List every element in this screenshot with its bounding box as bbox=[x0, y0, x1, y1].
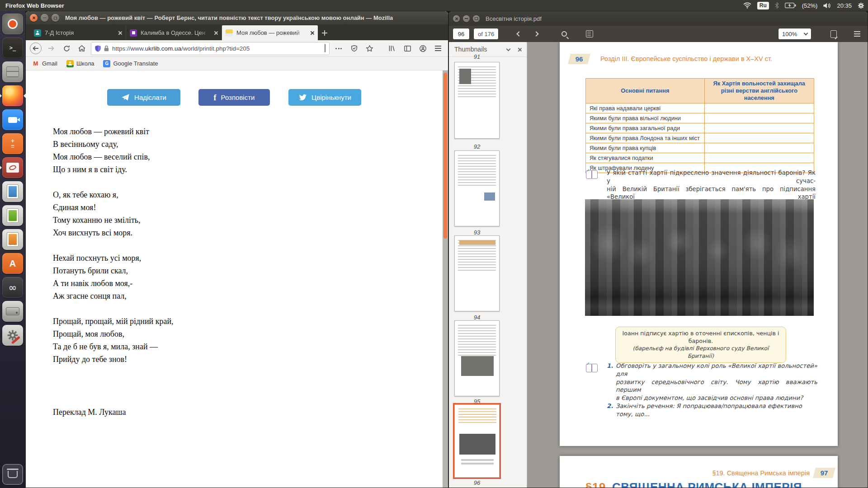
sidebar-dropdown-icon[interactable] bbox=[506, 47, 511, 51]
ubuntu-dash-icon[interactable] bbox=[2, 14, 23, 34]
window-close-button[interactable] bbox=[30, 14, 38, 22]
thumb-label-96[interactable]: 96 bbox=[454, 479, 500, 486]
bookmark-google-translate[interactable]: GGoogle Translate bbox=[103, 60, 158, 67]
annotation-button[interactable] bbox=[827, 28, 840, 40]
window-maximize-button[interactable] bbox=[52, 14, 59, 22]
previous-page-button[interactable] bbox=[512, 28, 526, 40]
window-minimize-button[interactable] bbox=[41, 14, 48, 22]
terminal-icon[interactable]: >_ bbox=[2, 38, 23, 58]
url-bar[interactable]: https://www.ukrlib.com.ua/world/printit.… bbox=[91, 42, 330, 55]
libreoffice-writer-icon[interactable] bbox=[2, 181, 23, 202]
thumb-label-92[interactable]: 92 bbox=[454, 143, 500, 150]
wifi-icon[interactable] bbox=[743, 2, 751, 9]
running-header-97: §19. Священна Римська імперія bbox=[712, 469, 810, 477]
thumbnail-page-94[interactable] bbox=[454, 235, 500, 311]
account-icon[interactable] bbox=[416, 42, 429, 55]
chapter-running-header: Розділ III. Європейське суспільство і де… bbox=[600, 55, 772, 62]
page-content: Надіслати f Розповісти Цвірінькнути Моя … bbox=[26, 70, 448, 488]
tab-poem-active[interactable]: Моя любов — рожевий bbox=[222, 25, 318, 40]
keyboard-layout-indicator[interactable]: Ru bbox=[757, 2, 769, 9]
bookmark-gmail[interactable]: MGmail bbox=[32, 60, 57, 67]
disks-icon[interactable] bbox=[2, 301, 23, 322]
page-actions-icon[interactable] bbox=[332, 42, 345, 55]
thumb-label-95[interactable]: 95 bbox=[454, 398, 500, 405]
search-button[interactable] bbox=[557, 28, 571, 40]
bluetooth-icon[interactable] bbox=[775, 2, 779, 9]
libreoffice-impress-icon[interactable] bbox=[2, 229, 23, 250]
page-number-input[interactable] bbox=[453, 28, 470, 40]
sidebar-close-icon[interactable] bbox=[517, 47, 521, 52]
telegram-share-button[interactable]: Надіслати bbox=[107, 89, 180, 106]
system-settings-icon[interactable] bbox=[2, 325, 23, 346]
table-header-questions: Основні питання bbox=[586, 79, 705, 103]
window-maximize-button[interactable] bbox=[473, 15, 480, 22]
thumb-label-91[interactable]: 91 bbox=[454, 53, 500, 60]
sidebar-toggle-icon[interactable] bbox=[401, 42, 414, 55]
window-close-button[interactable] bbox=[453, 15, 460, 22]
forward-button[interactable] bbox=[45, 42, 57, 55]
sidebar-title[interactable]: Thumbnails bbox=[454, 46, 507, 53]
session-gear-icon[interactable] bbox=[858, 2, 864, 9]
poem-stanza: Прощай, прощай, мій рідний край, Прощай,… bbox=[53, 315, 174, 366]
pdf-titlebar[interactable]: Всесвітня історія.pdf bbox=[449, 11, 868, 26]
battery-icon[interactable] bbox=[785, 3, 796, 8]
window-minimize-button[interactable] bbox=[463, 15, 470, 22]
trash-icon[interactable] bbox=[2, 464, 23, 485]
tracking-shield-icon[interactable] bbox=[95, 45, 101, 52]
sidebar-toggle-button[interactable] bbox=[583, 28, 596, 40]
paragraph-19-heading: §19СВЯЩЕННА РИМСЬКА ІМПЕРІЯ bbox=[585, 480, 802, 488]
back-button[interactable] bbox=[29, 42, 42, 55]
pdf-menu-button[interactable] bbox=[850, 28, 864, 40]
thumb-label-94[interactable]: 94 bbox=[454, 314, 500, 321]
zoom-level-select[interactable]: 100% bbox=[778, 28, 811, 40]
pocket-shield-icon[interactable] bbox=[348, 42, 360, 55]
thumbnail-page-92[interactable] bbox=[454, 62, 500, 139]
next-page-button[interactable] bbox=[529, 28, 543, 40]
facebook-share-button[interactable]: f Розповісти bbox=[198, 89, 270, 106]
thumbnail-page-95[interactable] bbox=[454, 320, 500, 396]
thumb-label-93[interactable]: 93 bbox=[454, 229, 500, 236]
page-number-badge: 96 bbox=[569, 54, 589, 64]
tab-kalimba[interactable]: Калимба в Одессе. Цен bbox=[126, 25, 222, 40]
url-text[interactable]: https://www.ukrlib.com.ua/world/printit.… bbox=[112, 45, 321, 52]
firefox-icon[interactable] bbox=[2, 85, 23, 106]
tab-history-class[interactable]: 7-Д Історія bbox=[30, 25, 126, 40]
zoom-app-icon[interactable] bbox=[2, 109, 23, 130]
tab-close-icon[interactable] bbox=[213, 31, 218, 35]
calculator-icon[interactable]: += bbox=[2, 133, 23, 154]
libreoffice-calc-icon[interactable] bbox=[2, 205, 23, 226]
pdf-document-area[interactable]: 96 Розділ III. Європейське суспільство і… bbox=[527, 42, 868, 488]
navigation-toolbar: https://www.ukrlib.com.ua/world/printit.… bbox=[26, 40, 448, 57]
reader-mode-icon[interactable] bbox=[325, 44, 326, 52]
scrollbar-thumb[interactable] bbox=[443, 73, 447, 239]
bookmarks-toolbar: MGmail Школа GGoogle Translate bbox=[26, 57, 448, 70]
lock-icon bbox=[104, 45, 109, 52]
open-book-icon: ✓ bbox=[585, 169, 599, 180]
thumbnail-page-93[interactable] bbox=[454, 150, 500, 226]
page-number-badge: 97 bbox=[814, 468, 834, 478]
bookmark-school[interactable]: Школа bbox=[66, 60, 94, 67]
tasks-list: 1. Обговоріть у загальному колі роль «Ве… bbox=[607, 362, 817, 418]
firefox-titlebar[interactable]: Моя любов — рожевий квіт — Роберт Бернс,… bbox=[26, 11, 448, 24]
photo-caption: Іоанн підписує хартію в оточенні єпископ… bbox=[615, 327, 786, 363]
reload-button[interactable] bbox=[60, 42, 73, 55]
infinity-app-icon[interactable]: ∞ bbox=[2, 277, 23, 298]
new-tab-button[interactable] bbox=[318, 25, 331, 40]
document-viewer-icon[interactable] bbox=[2, 157, 23, 178]
bas-relief-photo bbox=[585, 199, 814, 316]
ubuntu-software-icon[interactable]: A bbox=[2, 253, 23, 274]
tab-close-icon[interactable] bbox=[310, 31, 314, 35]
firefox-scrollbar[interactable] bbox=[443, 70, 448, 488]
bookmark-star-icon[interactable] bbox=[363, 42, 376, 55]
thumbnail-page-96-selected[interactable] bbox=[454, 404, 500, 478]
clock-label[interactable]: 20:35 bbox=[837, 2, 852, 9]
volume-icon[interactable] bbox=[823, 3, 831, 9]
menu-hamburger-icon[interactable] bbox=[432, 42, 444, 55]
twitter-share-button[interactable]: Цвірінькнути bbox=[288, 89, 361, 106]
file-manager-icon[interactable] bbox=[2, 61, 23, 82]
table-row: Якими були права Лондона та інших міст bbox=[586, 133, 814, 143]
tab-close-icon[interactable] bbox=[118, 31, 122, 35]
twitter-icon bbox=[298, 94, 307, 101]
home-button[interactable] bbox=[75, 42, 88, 55]
library-icon[interactable] bbox=[386, 42, 398, 55]
